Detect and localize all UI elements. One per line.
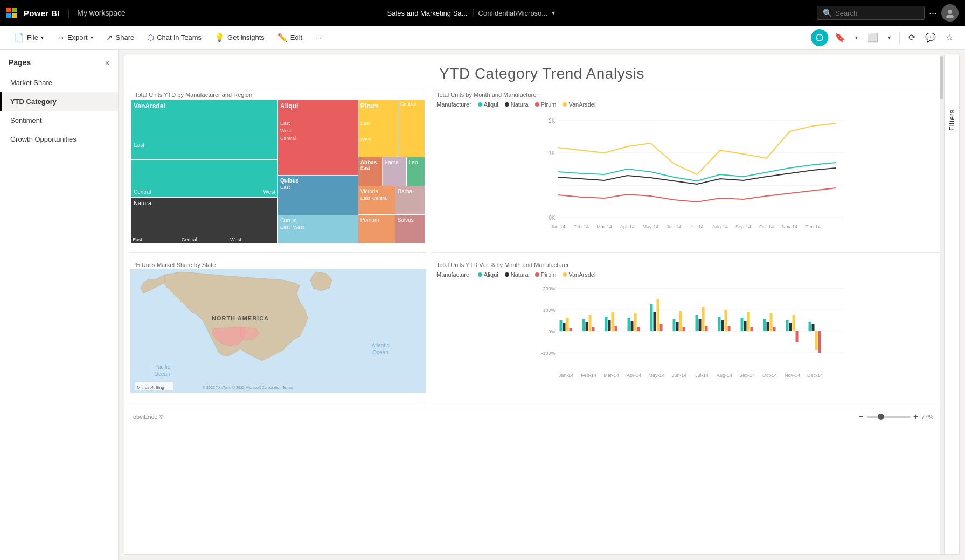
svg-rect-71 [747, 312, 750, 331]
export-button[interactable]: ↔ Export ▾ [51, 30, 99, 45]
svg-text:May-14: May-14 [648, 373, 664, 378]
legend-manufacturer-2: Manufacturer [436, 271, 471, 278]
tm-barba: Barba [398, 188, 422, 194]
svg-rect-76 [773, 327, 776, 331]
svg-rect-82 [812, 324, 815, 331]
vertical-scrollbar[interactable] [940, 55, 944, 554]
export-icon: ↔ [57, 33, 65, 42]
svg-rect-69 [741, 318, 744, 331]
svg-rect-59 [679, 311, 682, 331]
svg-text:Mar-14: Mar-14 [596, 224, 612, 229]
sensitivity-chevron[interactable]: ▾ [552, 9, 555, 17]
more-options-button[interactable]: ··· [929, 8, 937, 19]
svg-text:1K: 1K [549, 150, 556, 156]
svg-rect-65 [718, 317, 721, 331]
svg-rect-77 [786, 320, 789, 331]
svg-rect-37 [560, 320, 563, 331]
svg-text:Jan-14: Jan-14 [559, 373, 574, 378]
svg-text:Mar-14: Mar-14 [603, 373, 619, 378]
scroll-thumb[interactable] [940, 56, 943, 99]
nav-center: Sales and Marketing Sa... | Confidential… [132, 8, 810, 18]
content-area: YTD Category Trend Analysis Total Units … [119, 50, 965, 560]
treemap-chart[interactable]: Total Units YTD by Manufacturer and Regi… [130, 88, 426, 253]
svg-text:Jul-14: Jul-14 [690, 224, 704, 229]
workspace-label[interactable]: My workspace [77, 9, 125, 17]
svg-rect-84 [818, 331, 821, 353]
svg-rect-72 [751, 327, 753, 331]
reload-button[interactable]: ⟳ [905, 30, 919, 45]
edit-icon: ✏️ [277, 33, 288, 43]
svg-text:Jul-14: Jul-14 [695, 373, 709, 378]
tm-victoria: Victoria [360, 188, 393, 194]
tm-quibus: Quibus [280, 178, 356, 184]
line-chart-svg: 2K 1K 0K Jan-14 Feb-14 [432, 110, 953, 250]
svg-text:Nov-14: Nov-14 [782, 224, 797, 229]
sidebar: Pages « Market Share YTD Category Sentim… [0, 50, 119, 560]
search-input[interactable] [835, 9, 911, 17]
get-insights-button[interactable]: 💡 Get insights [209, 30, 270, 46]
svg-rect-53 [650, 304, 653, 331]
tm-abbas: Abbas [360, 159, 380, 165]
bottom-bar: obviEnce © − + 77% ⛶ [124, 407, 959, 426]
svg-text:-100%: -100% [541, 351, 555, 356]
share-button[interactable]: ↗ Share [101, 30, 140, 46]
nav-right: 🔍 ··· [817, 4, 959, 22]
map-chart[interactable]: % Units Market Share by State [130, 258, 426, 401]
tm-leo: Leo [409, 159, 422, 165]
svg-text:Apr-14: Apr-14 [620, 224, 635, 229]
svg-rect-67 [725, 310, 727, 331]
bar-chart[interactable]: Total Units YTD Var % by Month and Manuf… [432, 258, 954, 401]
sidebar-item-sentiment[interactable]: Sentiment [0, 111, 118, 130]
main-layout: Pages « Market Share YTD Category Sentim… [0, 50, 965, 560]
share-icon: ↗ [106, 33, 113, 43]
svg-rect-79 [793, 315, 795, 331]
svg-rect-52 [637, 327, 640, 331]
sidebar-item-growth-opportunities[interactable]: Growth Opportunities [0, 130, 118, 149]
svg-rect-75 [770, 313, 773, 331]
zoom-in-button[interactable]: + [913, 412, 918, 422]
avatar[interactable] [941, 4, 959, 22]
svg-rect-48 [615, 326, 617, 331]
search-box[interactable]: 🔍 [817, 6, 925, 20]
svg-rect-83 [815, 331, 818, 350]
chat-in-teams-button[interactable]: ⬡ Chat in Teams [142, 30, 207, 46]
line-chart[interactable]: Total Units by Month and Manufacturer Ma… [432, 88, 954, 253]
star-button[interactable]: ☆ [942, 30, 956, 45]
sidebar-item-ytd-category[interactable]: YTD Category [0, 92, 118, 111]
file-chevron: ▾ [41, 34, 44, 40]
filters-panel[interactable]: Filters [944, 55, 959, 554]
zoom-slider[interactable] [867, 416, 910, 418]
svg-rect-61 [696, 315, 698, 331]
refresh-button[interactable] [811, 29, 828, 46]
toolbar-right: 🔖 ▾ ⬜ ▾ ⟳ 💬 ☆ [811, 29, 956, 46]
zoom-controls: − + 77% ⛶ [858, 410, 950, 423]
svg-text:Sep-14: Sep-14 [735, 224, 751, 229]
toolbar: 📄 File ▾ ↔ Export ▾ ↗ Share ⬡ Chat in Te… [0, 26, 965, 50]
bookmark-button[interactable]: 🔖 [831, 30, 849, 45]
insights-icon: 💡 [214, 33, 225, 43]
comment-button[interactable]: 💬 [922, 30, 939, 45]
file-button[interactable]: 📄 File ▾ [9, 30, 49, 46]
bookmark-chevron[interactable]: ▾ [852, 32, 861, 43]
svg-rect-80 [796, 331, 799, 342]
svg-text:Pacific: Pacific [154, 364, 170, 370]
svg-text:Feb-14: Feb-14 [581, 373, 596, 378]
tm-farna: Farna [385, 159, 404, 165]
sidebar-collapse-button[interactable]: « [105, 58, 109, 67]
bar-chart-label: Total Units YTD Var % by Month and Manuf… [432, 258, 953, 269]
edit-button[interactable]: ✏️ Edit [272, 30, 308, 46]
sidebar-item-market-share[interactable]: Market Share [0, 73, 118, 92]
svg-text:Nov-14: Nov-14 [785, 373, 800, 378]
toolbar-more-button[interactable]: ··· [310, 30, 327, 45]
treemap-label: Total Units YTD by Manufacturer and Regi… [130, 88, 426, 99]
zoom-out-button[interactable]: − [858, 412, 863, 422]
view-chevron[interactable]: ▾ [885, 32, 894, 43]
svg-text:100%: 100% [543, 307, 555, 313]
svg-rect-39 [566, 318, 569, 331]
svg-rect-44 [592, 327, 595, 331]
svg-text:Ocean: Ocean [154, 371, 170, 377]
svg-text:Jun-14: Jun-14 [672, 373, 687, 378]
sidebar-header: Pages « [0, 54, 118, 73]
svg-rect-70 [744, 321, 747, 331]
view-button[interactable]: ⬜ [864, 30, 881, 45]
